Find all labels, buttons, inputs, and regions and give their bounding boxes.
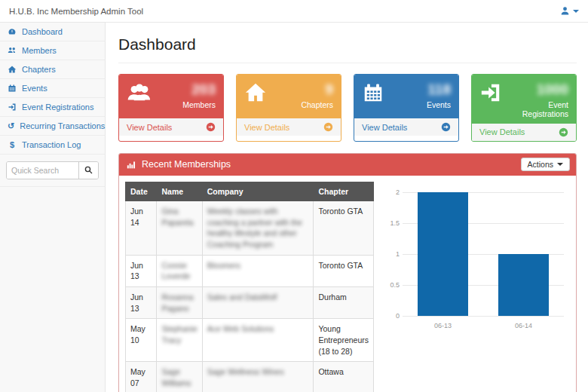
column-header-company: Company xyxy=(202,182,314,201)
home-icon xyxy=(244,81,267,104)
chart-gridline xyxy=(403,316,564,317)
sidebar: Dashboard Members Chapters Events Event … xyxy=(0,23,106,392)
history-icon: ↺ xyxy=(8,122,14,130)
app-title: H.U.B. Inc Membership Admin Tool xyxy=(9,7,143,16)
memberships-table: Date Name Company Chapter Jun 14Gina Pap… xyxy=(125,182,374,392)
column-header-date: Date xyxy=(126,182,157,201)
sign-in-icon xyxy=(479,81,502,104)
cell-company: Ace Web Solutions xyxy=(202,319,314,362)
sidebar-item-label: Dashboard xyxy=(22,27,63,36)
cell-name: Stephanie Tracy xyxy=(157,319,202,362)
cell-name: Gina Paparela xyxy=(157,201,202,255)
arrow-circle-right-icon xyxy=(559,127,568,137)
cell-chapter: Durham xyxy=(314,286,374,318)
stat-card-chapters: 9 Chapters View Details xyxy=(236,74,341,142)
view-details-link[interactable]: View Details xyxy=(237,118,341,136)
chart-bar-06-13 xyxy=(418,192,467,316)
panel-body: Date Name Company Chapter Jun 14Gina Pap… xyxy=(119,176,576,392)
cell-chapter: Young Entrepreneurs (18 to 28) xyxy=(314,319,374,362)
cell-chapter: Toronto GTA xyxy=(314,201,374,255)
view-details-link[interactable]: View Details xyxy=(472,124,576,141)
sidebar-item-label: Event Registrations xyxy=(22,103,93,112)
cell-name: Connie Loverde xyxy=(157,255,202,286)
stat-card-events: 118 Events View Details xyxy=(354,74,459,142)
stat-value: 118 xyxy=(427,81,451,98)
cell-name: Rosanna Pagano xyxy=(157,286,202,318)
cell-date: Jun 13 xyxy=(126,286,157,318)
search-input[interactable] xyxy=(7,162,78,179)
bar-chart-icon xyxy=(127,160,136,170)
arrow-circle-right-icon xyxy=(206,122,216,132)
sidebar-item-label: Transaction Log xyxy=(22,140,81,149)
table-row: May 10Stephanie TracyAce Web SolutionsYo… xyxy=(126,319,374,362)
cell-date: May 07 xyxy=(126,362,157,392)
memberships-bar-chart: 00.511.5206-1306-14 xyxy=(381,185,570,335)
sidebar-item-dashboard[interactable]: Dashboard xyxy=(0,23,105,41)
x-axis-tick-label: 06-13 xyxy=(403,322,483,329)
cell-date: Jun 14 xyxy=(126,201,157,255)
y-axis-tick-label: 0.5 xyxy=(381,281,400,289)
cell-date: Jun 13 xyxy=(126,255,157,286)
sidebar-item-members[interactable]: Members xyxy=(0,41,105,60)
cell-company: Bloomers xyxy=(202,255,314,286)
table-row: Jun 13Connie LoverdeBloomersToronto GTA xyxy=(126,255,374,286)
cell-chapter: Ottawa xyxy=(314,362,374,392)
cell-chapter: Toronto GTA xyxy=(314,255,374,286)
main-content: Dashboard 203 Members View Details xyxy=(106,23,588,392)
table-row: Jun 14Gina PaparelaWeekly classes with c… xyxy=(126,201,374,255)
search-button[interactable] xyxy=(78,162,98,179)
x-axis-tick-label: 06-14 xyxy=(483,322,564,329)
sidebar-divider xyxy=(0,186,105,187)
sidebar-item-recurring-transactions[interactable]: ↺ Recurring Transactions xyxy=(0,117,105,136)
chart-bar-06-14 xyxy=(498,254,548,316)
home-icon xyxy=(8,65,17,74)
sidebar-item-transaction-log[interactable]: $ Transaction Log xyxy=(0,136,105,155)
panel-heading: Recent Memberships Actions xyxy=(119,154,576,176)
chevron-down-icon xyxy=(573,10,579,13)
cell-company: Weekly classes with coaching a partner w… xyxy=(202,201,314,255)
actions-button[interactable]: Actions xyxy=(521,158,570,171)
y-axis-tick-label: 0 xyxy=(381,312,400,320)
users-icon xyxy=(127,81,152,104)
column-header-name: Name xyxy=(157,182,202,201)
cell-company: Sales and DataWolf xyxy=(202,286,314,318)
stat-cards-row: 203 Members View Details 9 Chapters xyxy=(118,74,577,142)
column-header-chapter: Chapter xyxy=(314,182,374,201)
user-icon xyxy=(560,6,570,16)
cell-company: Sage Wellness Wines xyxy=(202,362,314,392)
search-icon xyxy=(84,165,93,176)
y-axis-tick-label: 1.5 xyxy=(381,219,400,227)
stat-label: Event Registrations xyxy=(502,100,568,118)
cell-name: Sage Williams xyxy=(157,362,202,392)
sidebar-item-chapters[interactable]: Chapters xyxy=(0,60,105,79)
stat-label: Chapters xyxy=(301,100,333,109)
chevron-down-icon xyxy=(557,163,563,166)
sidebar-item-events[interactable]: Events xyxy=(0,79,105,98)
stat-label: Members xyxy=(182,100,216,109)
calendar-icon xyxy=(362,81,384,104)
sidebar-item-label: Recurring Transactions xyxy=(20,121,105,130)
table-row: Jun 13Rosanna PaganoSales and DataWolfDu… xyxy=(126,286,374,318)
stat-label: Events xyxy=(427,100,451,109)
view-details-link[interactable]: View Details xyxy=(354,118,458,136)
sidebar-item-label: Chapters xyxy=(22,65,56,74)
arrow-circle-right-icon xyxy=(441,122,451,132)
table-header-row: Date Name Company Chapter xyxy=(126,182,374,201)
sidebar-search xyxy=(0,155,105,186)
sidebar-item-event-registrations[interactable]: Event Registrations xyxy=(0,98,105,117)
recent-memberships-panel: Recent Memberships Actions Date Name Com… xyxy=(118,153,577,392)
arrow-circle-right-icon xyxy=(323,122,333,132)
stat-value: 1000 xyxy=(502,81,568,98)
page-title: Dashboard xyxy=(118,33,577,63)
stat-value: 203 xyxy=(182,81,216,98)
dashboard-gauge-icon xyxy=(8,27,17,36)
panel-title: Recent Memberships xyxy=(142,159,231,170)
y-axis-tick-label: 1 xyxy=(381,250,400,258)
user-menu[interactable] xyxy=(560,6,579,16)
sidebar-item-label: Events xyxy=(22,84,47,93)
view-details-link[interactable]: View Details xyxy=(119,118,223,136)
sidebar-item-label: Members xyxy=(22,46,57,55)
stat-card-members: 203 Members View Details xyxy=(118,74,224,142)
dollar-icon: $ xyxy=(8,141,17,149)
stat-value: 9 xyxy=(301,81,333,98)
